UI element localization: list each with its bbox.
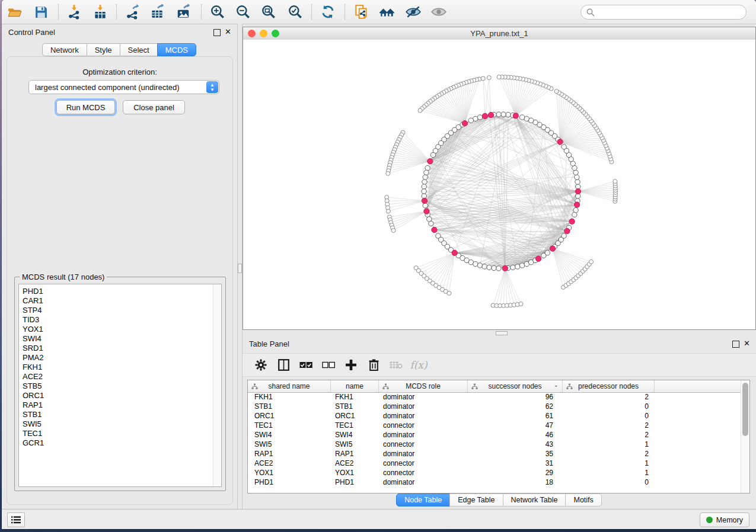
cell-name[interactable]: STB1 bbox=[331, 402, 379, 411]
tab-node-table[interactable]: Node Table bbox=[396, 493, 450, 507]
column-header-shared-name[interactable]: shared name bbox=[248, 380, 331, 392]
mcds-result-item[interactable]: STB5 bbox=[19, 382, 213, 391]
memory-button[interactable]: Memory bbox=[700, 512, 749, 527]
network-window-titlebar[interactable]: YPA_prune.txt_1 bbox=[243, 27, 755, 40]
gear-icon[interactable] bbox=[254, 358, 267, 372]
cell-successor-nodes[interactable]: 46 bbox=[468, 430, 563, 440]
import-table-icon[interactable] bbox=[90, 2, 110, 22]
cell-successor-nodes[interactable]: 47 bbox=[468, 421, 563, 430]
close-panel-button[interactable]: Close panel bbox=[123, 100, 185, 114]
table-row[interactable]: STB1STB1dominator620 bbox=[248, 402, 741, 411]
cell-shared-name[interactable]: SWI4 bbox=[248, 430, 331, 440]
mcds-result-item[interactable]: YOX1 bbox=[19, 325, 213, 334]
tab-select[interactable]: Select bbox=[120, 43, 158, 56]
cell-MCDS-role[interactable]: connector bbox=[379, 440, 468, 449]
splitter-handle[interactable] bbox=[238, 264, 242, 273]
tab-motifs[interactable]: Motifs bbox=[565, 493, 601, 507]
cell-MCDS-role[interactable]: connector bbox=[379, 421, 468, 430]
mcds-result-item[interactable]: TID3 bbox=[19, 315, 213, 325]
cell-predecessor-nodes[interactable]: 0 bbox=[563, 477, 655, 487]
close-panel-icon[interactable]: ✕ bbox=[225, 27, 231, 36]
table-row[interactable]: RAP1RAP1dominator352 bbox=[248, 449, 741, 459]
cell-shared-name[interactable]: ORC1 bbox=[248, 411, 331, 421]
table-row[interactable]: ORC1ORC1dominator610 bbox=[248, 411, 741, 421]
close-panel-icon[interactable]: ✕ bbox=[744, 339, 750, 348]
duplicate-network-icon[interactable] bbox=[352, 2, 372, 22]
table-row[interactable]: YOX1YOX1connector291 bbox=[248, 468, 741, 477]
cell-successor-nodes[interactable]: 96 bbox=[468, 392, 563, 402]
export-network-icon[interactable] bbox=[122, 2, 142, 22]
cell-successor-nodes[interactable]: 61 bbox=[468, 411, 563, 421]
scrollbar-thumb[interactable] bbox=[742, 383, 748, 436]
criterion-dropdown[interactable]: largest connected component (undirected)… bbox=[28, 80, 219, 94]
export-table-icon[interactable] bbox=[147, 2, 167, 22]
cell-MCDS-role[interactable]: dominator bbox=[379, 449, 468, 459]
sort-chevron-icon[interactable]: ⌄ bbox=[554, 382, 559, 388]
cell-name[interactable]: SWI4 bbox=[331, 430, 379, 440]
mcds-result-item[interactable]: SWI5 bbox=[19, 419, 213, 429]
cell-shared-name[interactable]: ACE2 bbox=[248, 459, 331, 468]
show-all-icon[interactable] bbox=[429, 2, 449, 22]
float-panel-icon[interactable] bbox=[732, 341, 739, 348]
select-all-checkboxes-icon[interactable] bbox=[299, 358, 312, 372]
cell-successor-nodes[interactable]: 62 bbox=[468, 402, 563, 411]
cell-MCDS-role[interactable]: dominator bbox=[379, 392, 468, 402]
table-row[interactable]: SWI5SWI5connector431 bbox=[248, 440, 741, 449]
cell-successor-nodes[interactable]: 29 bbox=[468, 468, 563, 477]
cell-name[interactable]: SWI5 bbox=[331, 440, 379, 449]
table-scrollbar[interactable] bbox=[741, 380, 749, 493]
mcds-result-item[interactable]: SWI4 bbox=[19, 334, 213, 344]
mcds-result-item[interactable]: STB1 bbox=[19, 410, 213, 419]
zoom-out-icon[interactable] bbox=[233, 2, 253, 22]
splitter-handle[interactable] bbox=[496, 331, 508, 335]
delete-column-icon[interactable] bbox=[367, 358, 380, 372]
first-neighbors-icon[interactable] bbox=[377, 2, 397, 22]
column-header-MCDS-role[interactable]: MCDS role bbox=[379, 380, 468, 392]
tab-edge-table[interactable]: Edge Table bbox=[449, 493, 503, 507]
cell-successor-nodes[interactable]: 35 bbox=[468, 449, 563, 459]
tab-network[interactable]: Network bbox=[42, 43, 87, 56]
open-folder-icon[interactable] bbox=[5, 2, 25, 22]
mcds-result-item[interactable]: ACE2 bbox=[19, 372, 213, 382]
cell-predecessor-nodes[interactable]: 0 bbox=[563, 402, 655, 411]
mcds-result-item[interactable]: FKH1 bbox=[19, 363, 213, 372]
cell-MCDS-role[interactable]: connector bbox=[379, 459, 468, 468]
table-row[interactable]: TEC1TEC1connector472 bbox=[248, 421, 741, 430]
mcds-result-item[interactable]: ORC1 bbox=[19, 391, 213, 400]
refresh-layout-icon[interactable] bbox=[318, 2, 338, 22]
cell-shared-name[interactable]: SWI5 bbox=[248, 440, 331, 449]
table-row[interactable]: SWI4SWI4dominator462 bbox=[248, 430, 741, 440]
mcds-result-item[interactable]: PHD1 bbox=[19, 287, 213, 296]
hide-selected-icon[interactable] bbox=[403, 2, 423, 22]
cell-successor-nodes[interactable]: 43 bbox=[468, 440, 563, 449]
column-header-successor-nodes[interactable]: successor nodes⌄ bbox=[468, 380, 563, 392]
float-panel-icon[interactable] bbox=[213, 29, 221, 36]
tab-style[interactable]: Style bbox=[87, 43, 120, 56]
cell-name[interactable]: PHD1 bbox=[331, 477, 379, 487]
task-history-button[interactable] bbox=[7, 512, 25, 527]
cell-predecessor-nodes[interactable]: 1 bbox=[563, 468, 655, 477]
search-input[interactable] bbox=[598, 7, 746, 17]
cell-name[interactable]: FKH1 bbox=[331, 392, 379, 402]
zoom-selected-icon[interactable] bbox=[285, 2, 305, 22]
cell-predecessor-nodes[interactable]: 2 bbox=[563, 421, 655, 430]
deselect-all-checkboxes-icon[interactable] bbox=[322, 358, 335, 372]
mcds-result-item[interactable]: SRD1 bbox=[19, 344, 213, 353]
save-session-icon[interactable] bbox=[31, 2, 51, 22]
cell-MCDS-role[interactable]: dominator bbox=[379, 411, 468, 421]
cell-predecessor-nodes[interactable]: 2 bbox=[563, 430, 655, 440]
cell-MCDS-role[interactable]: connector bbox=[379, 468, 468, 477]
cell-successor-nodes[interactable]: 31 bbox=[468, 459, 563, 468]
tab-mcds[interactable]: MCDS bbox=[157, 43, 196, 56]
mcds-result-item[interactable]: PMA2 bbox=[19, 353, 213, 363]
cell-predecessor-nodes[interactable]: 0 bbox=[563, 411, 655, 421]
horizontal-splitter[interactable] bbox=[243, 330, 756, 335]
mcds-result-item[interactable]: STP4 bbox=[19, 306, 213, 315]
mcds-result-item[interactable]: TEC1 bbox=[19, 429, 213, 438]
cell-predecessor-nodes[interactable]: 1 bbox=[563, 459, 655, 468]
cell-predecessor-nodes[interactable]: 2 bbox=[563, 392, 655, 402]
tab-network-table[interactable]: Network Table bbox=[503, 493, 566, 507]
cell-predecessor-nodes[interactable]: 1 bbox=[563, 440, 655, 449]
mcds-result-item[interactable]: RAP1 bbox=[19, 400, 213, 410]
table-row[interactable]: FKH1FKH1dominator962 bbox=[248, 392, 741, 402]
